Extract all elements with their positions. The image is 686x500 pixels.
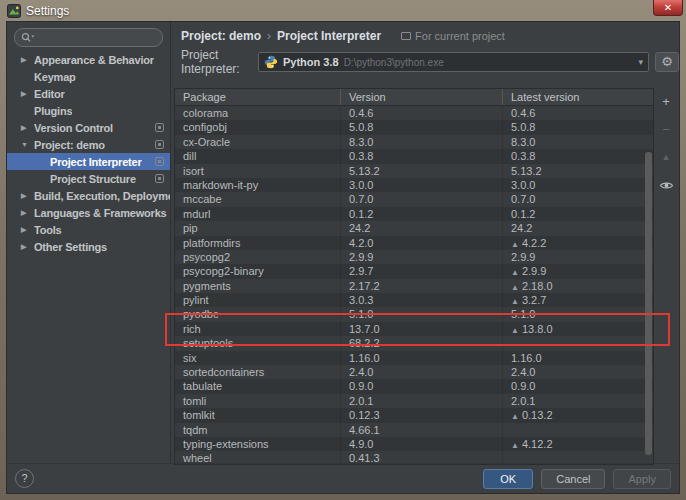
chevron-collapsed-icon[interactable]: ▶ (21, 226, 34, 234)
package-row-colorama[interactable]: colorama0.4.60.4.6 (175, 106, 653, 120)
cancel-button[interactable]: Cancel (541, 469, 605, 489)
sidebar-item-label: Other Settings (34, 241, 107, 253)
package-row-tqdm[interactable]: tqdm4.66.1 (175, 423, 653, 437)
package-version: 2.9.9 (341, 250, 503, 264)
help-button[interactable]: ? (15, 469, 34, 488)
package-name: pygments (175, 279, 341, 293)
interpreter-path: D:\python3\python.exe (344, 57, 639, 68)
chevron-collapsed-icon[interactable]: ▶ (21, 243, 34, 251)
package-row-setuptools[interactable]: setuptools68.2.2 (175, 336, 653, 350)
package-row-psycopg2[interactable]: psycopg22.9.92.9.9 (175, 250, 653, 264)
context-label: For current project (415, 30, 505, 42)
package-row-cx-Oracle[interactable]: cx-Oracle8.3.08.3.0 (175, 135, 653, 149)
sidebar-item-keymap[interactable]: Keymap (7, 68, 170, 85)
sidebar-item-editor[interactable]: ▶Editor (7, 85, 170, 102)
breadcrumb: Project: demo › Project Interpreter For … (181, 29, 505, 43)
package-row-sortedcontainers[interactable]: sortedcontainers2.4.02.4.0 (175, 365, 653, 379)
package-name: setuptools (175, 336, 341, 350)
sidebar-item-project-demo[interactable]: ▼Project: demo (7, 136, 170, 153)
add-package-icon[interactable]: + (659, 94, 674, 109)
package-name: tomlkit (175, 408, 341, 422)
window-title: Settings (26, 4, 69, 18)
package-row-mdurl[interactable]: mdurl0.1.20.1.2 (175, 207, 653, 221)
package-row-typing-extensions[interactable]: typing-extensions4.9.0▲4.12.2 (175, 437, 653, 451)
chevron-down-icon[interactable]: ▾ (639, 57, 644, 67)
show-early-releases-eye-icon[interactable] (659, 178, 674, 193)
package-row-pylint[interactable]: pylint3.0.3▲3.2.7 (175, 293, 653, 307)
package-name: typing-extensions (175, 437, 341, 451)
titlebar[interactable]: Settings ✕ (0, 0, 686, 21)
package-row-configobj[interactable]: configobj5.0.85.0.8 (175, 120, 653, 134)
package-name: tomli (175, 394, 341, 408)
package-row-six[interactable]: six1.16.01.16.0 (175, 351, 653, 365)
package-row-rich[interactable]: rich13.7.0▲13.8.0 (175, 322, 653, 336)
package-row-pygments[interactable]: pygments2.17.2▲2.18.0 (175, 279, 653, 293)
breadcrumb-page-title: Project Interpreter (277, 29, 381, 43)
package-latest-version: ▲2.18.0 (503, 279, 653, 293)
sidebar-item-version-control[interactable]: ▶Version Control (7, 119, 170, 136)
package-row-pyodbc[interactable]: pyodbc5.1.05.1.0 (175, 307, 653, 321)
sidebar-item-project-interpreter[interactable]: Project Interpreter (7, 153, 170, 170)
package-row-tomli[interactable]: tomli2.0.12.0.1 (175, 394, 653, 408)
sidebar-item-languages-frameworks[interactable]: ▶Languages & Frameworks (7, 204, 170, 221)
chevron-collapsed-icon[interactable]: ▶ (21, 209, 34, 217)
remove-package-icon[interactable]: − (659, 122, 674, 137)
package-row-mccabe[interactable]: mccabe0.7.00.7.0 (175, 192, 653, 206)
upgrade-available-icon: ▲ (511, 240, 519, 249)
package-row-psycopg2-binary[interactable]: psycopg2-binary2.9.7▲2.9.9 (175, 264, 653, 278)
package-row-tomlkit[interactable]: tomlkit0.12.3▲0.13.2 (175, 408, 653, 422)
package-row-tabulate[interactable]: tabulate0.9.00.9.0 (175, 379, 653, 393)
package-row-platformdirs[interactable]: platformdirs4.2.0▲4.2.2 (175, 236, 653, 250)
chevron-collapsed-icon[interactable]: ▶ (21, 124, 34, 132)
package-row-pip[interactable]: pip24.224.2 (175, 221, 653, 235)
package-name: isort (175, 164, 341, 178)
package-latest-version: 0.9.0 (503, 379, 653, 393)
chevron-collapsed-icon[interactable]: ▶ (21, 90, 34, 98)
package-name: tabulate (175, 379, 341, 393)
sidebar-item-tools[interactable]: ▶Tools (7, 221, 170, 238)
apply-button[interactable]: Apply (613, 469, 671, 489)
column-header-version[interactable]: Version (341, 89, 503, 105)
sidebar-item-other-settings[interactable]: ▶Other Settings (7, 238, 170, 255)
sidebar-item-label: Editor (34, 88, 65, 100)
upgrade-package-icon[interactable]: ▲ (659, 150, 674, 165)
package-row-isort[interactable]: isort5.13.25.13.2 (175, 164, 653, 178)
search-input[interactable] (35, 32, 156, 44)
sidebar-item-project-structure[interactable]: Project Structure (7, 170, 170, 187)
chevron-collapsed-icon[interactable]: ▶ (21, 192, 34, 200)
package-name: colorama (175, 106, 341, 120)
package-latest-version: 5.13.2 (503, 164, 653, 178)
sidebar-item-build-execution-deployment[interactable]: ▶Build, Execution, Deployment (7, 187, 170, 204)
sidebar-item-appearance-behavior[interactable]: ▶Appearance & Behavior (7, 51, 170, 68)
package-row-dill[interactable]: dill0.3.80.3.8 (175, 149, 653, 163)
chevron-expanded-icon[interactable]: ▼ (21, 141, 34, 148)
package-version: 2.17.2 (341, 279, 503, 293)
ok-button[interactable]: OK (483, 469, 533, 489)
breadcrumb-project[interactable]: Project: demo (181, 29, 261, 43)
chevron-collapsed-icon[interactable]: ▶ (21, 56, 34, 64)
package-latest-version: ▲4.2.2 (503, 236, 653, 250)
table-scrollbar[interactable] (645, 152, 652, 455)
package-version: 68.2.2 (341, 336, 503, 350)
package-name: cx-Oracle (175, 135, 341, 149)
package-latest-version: 0.7.0 (503, 192, 653, 206)
sidebar-item-label: Tools (34, 224, 62, 236)
package-version: 1.16.0 (341, 351, 503, 365)
interpreter-combobox[interactable]: Python 3.8 D:\python3\python.exe ▾ (258, 52, 649, 72)
close-button[interactable]: ✕ (653, 0, 683, 16)
package-row-markdown-it-py[interactable]: markdown-it-py3.0.03.0.0 (175, 178, 653, 192)
column-header-package[interactable]: Package (175, 89, 341, 105)
sidebar-item-label: Keymap (34, 71, 76, 83)
upgrade-available-icon: ▲ (511, 297, 519, 306)
sidebar-item-plugins[interactable]: Plugins (7, 102, 170, 119)
settings-window: Settings ✕ ▶Appearance & BehaviorKeymap▶… (0, 0, 686, 500)
package-latest-version: ▲2.9.9 (503, 264, 653, 278)
sidebar-item-label: Build, Execution, Deployment (34, 190, 170, 202)
package-version: 5.13.2 (341, 164, 503, 178)
settings-search[interactable] (14, 28, 163, 47)
interpreter-settings-button[interactable]: ⚙ (655, 52, 679, 72)
python-logo-icon (264, 55, 278, 69)
column-header-latest[interactable]: Latest version (503, 89, 655, 105)
package-version: 5.0.8 (341, 120, 503, 134)
package-version: 4.66.1 (341, 423, 503, 437)
